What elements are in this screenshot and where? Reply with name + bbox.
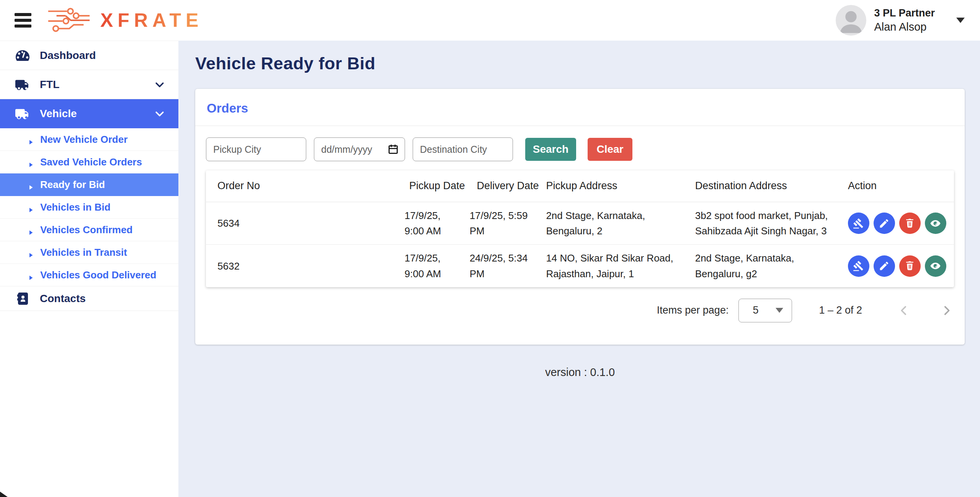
next-page-button[interactable] (940, 304, 953, 317)
vehicle-submenu: New Vehicle Order Saved Vehicle Orders R… (0, 128, 178, 286)
clear-button[interactable]: Clear (588, 138, 632, 161)
sidebar-item-contacts[interactable]: Contacts (0, 286, 178, 311)
app-header: XFRATE 3 PL Partner Alan Alsop (0, 0, 980, 41)
items-per-page-label: Items per page: (657, 304, 729, 316)
column-header-delivery-date: Delivery Date (470, 170, 546, 202)
bid-button[interactable] (848, 255, 869, 277)
order-no-cell: 5632 (206, 245, 405, 287)
pickup-city-input[interactable] (206, 137, 306, 161)
sidebar-item-label: Vehicles Confirmed (40, 224, 132, 236)
triangle-bullet-icon (28, 159, 34, 165)
user-name: Alan Alsop (874, 20, 935, 34)
chevron-down-icon (154, 79, 165, 90)
logo-circuit-icon (47, 6, 93, 35)
select-caret-icon (776, 308, 783, 313)
orders-card: Orders Search Clear (195, 89, 965, 345)
items-per-page-value: 5 (753, 304, 758, 316)
row-actions (848, 213, 946, 234)
destination-city-input[interactable] (413, 137, 513, 161)
sidebar-item-ftl[interactable]: FTL (0, 70, 178, 99)
triangle-bullet-icon (28, 272, 34, 278)
dashboard-gauge-icon (15, 48, 30, 63)
triangle-bullet-icon (28, 181, 34, 188)
triangle-bullet-icon (28, 249, 34, 256)
user-role: 3 PL Partner (874, 7, 935, 20)
column-header-destination-address: Destination Address (695, 170, 848, 202)
sidebar-item-label: Vehicles Good Delivered (40, 269, 156, 281)
table-header-row: Order No Pickup Date Delivery Date Picku… (206, 170, 954, 202)
user-menu-caret-icon[interactable] (956, 18, 965, 23)
column-header-pickup-date: Pickup Date (405, 170, 470, 202)
sidebar-item-dashboard[interactable]: Dashboard (0, 41, 178, 70)
orders-table: Order No Pickup Date Delivery Date Picku… (206, 170, 954, 287)
pickup-address-cell: 2nd Stage, Karnataka, Bengaluru, 2 (546, 202, 695, 245)
version-text: version : 0.1.0 (195, 366, 965, 379)
edit-button[interactable] (874, 255, 895, 277)
page-title: Vehicle Ready for Bid (195, 54, 965, 74)
column-header-order-no: Order No (206, 170, 405, 202)
column-header-action: Action (848, 170, 954, 202)
delete-button[interactable] (899, 213, 921, 234)
sidebar-item-label: Vehicles in Bid (40, 201, 111, 213)
sidebar-item-vehicle[interactable]: Vehicle (0, 99, 178, 128)
sidebar-item-label: Dashboard (40, 49, 165, 62)
pickup-date-field (314, 137, 405, 161)
truck-icon (15, 77, 30, 92)
pickup-date-cell: 17/9/25, 9:00 AM (405, 245, 470, 287)
sidebar-item-label: Ready for Bid (40, 179, 105, 191)
sidebar-item-vehicles-confirmed[interactable]: Vehicles Confirmed (0, 219, 178, 241)
delivery-date-cell: 17/9/25, 5:59 PM (470, 202, 546, 245)
sidebar-item-label: Vehicle (40, 108, 144, 120)
user-menu[interactable]: 3 PL Partner Alan Alsop (836, 5, 965, 36)
sidebar-item-label: Saved Vehicle Orders (40, 156, 142, 168)
triangle-bullet-icon (28, 227, 34, 233)
chevron-down-icon (154, 108, 165, 119)
pagination-range: 1 – 2 of 2 (819, 304, 862, 316)
filter-bar: Search Clear (195, 126, 965, 163)
logo-text: XFRATE (100, 9, 203, 31)
sidebar-item-label: Contacts (40, 293, 165, 305)
contacts-book-icon (15, 291, 30, 306)
sidebar-item-vehicles-good-delivered[interactable]: Vehicles Good Delivered (0, 264, 178, 286)
avatar (836, 5, 866, 36)
orders-heading: Orders (207, 101, 953, 116)
truck-icon (15, 106, 30, 121)
sidebar-item-label: Vehicles in Transit (40, 247, 127, 258)
pickup-date-cell: 17/9/25, 9:00 AM (405, 202, 470, 245)
sidebar: Dashboard FTL Vehicle New Vehicle Order (0, 41, 178, 497)
main-content: Vehicle Ready for Bid Orders Search Clea… (178, 41, 980, 497)
column-header-pickup-address: Pickup Address (546, 170, 695, 202)
pickup-address-cell: 14 NO, Sikar Rd Sikar Road, Rajasthan, J… (546, 245, 695, 287)
sidebar-item-vehicles-in-bid[interactable]: Vehicles in Bid (0, 196, 178, 219)
destination-address-cell: 2nd Stage, Karnataka, Bengaluru, g2 (695, 245, 848, 287)
edit-button[interactable] (874, 213, 895, 234)
table-row: 5632 17/9/25, 9:00 AM 24/9/25, 5:34 PM 1… (206, 245, 954, 287)
sidebar-item-vehicles-in-transit[interactable]: Vehicles in Transit (0, 241, 178, 264)
delete-button[interactable] (899, 255, 921, 277)
sidebar-item-ready-for-bid[interactable]: Ready for Bid (0, 173, 178, 196)
table-row: 5634 17/9/25, 9:00 AM 17/9/25, 5:59 PM 2… (206, 202, 954, 245)
sidebar-item-saved-vehicle-orders[interactable]: Saved Vehicle Orders (0, 151, 178, 173)
sidebar-item-label: FTL (40, 78, 144, 91)
search-button[interactable]: Search (525, 138, 576, 161)
view-button[interactable] (925, 255, 946, 277)
view-button[interactable] (925, 213, 946, 234)
sidebar-item-label: New Vehicle Order (40, 134, 127, 146)
triangle-bullet-icon (28, 136, 34, 143)
bid-button[interactable] (848, 213, 869, 234)
triangle-bullet-icon (28, 204, 34, 211)
app-logo: XFRATE (47, 6, 203, 35)
row-actions (848, 255, 946, 277)
previous-page-button[interactable] (897, 304, 910, 317)
sidebar-item-new-vehicle-order[interactable]: New Vehicle Order (0, 128, 178, 151)
order-no-cell: 5634 (206, 202, 405, 245)
pickup-date-input[interactable] (314, 137, 405, 161)
delivery-date-cell: 24/9/25, 5:34 PM (470, 245, 546, 287)
destination-address-cell: 3b2 spot food market, Punjab, Sahibzada … (695, 202, 848, 245)
hamburger-menu-icon[interactable] (15, 13, 31, 28)
items-per-page-select[interactable]: 5 (738, 299, 792, 322)
pagination-bar: Items per page: 5 1 – 2 of 2 (195, 287, 965, 345)
